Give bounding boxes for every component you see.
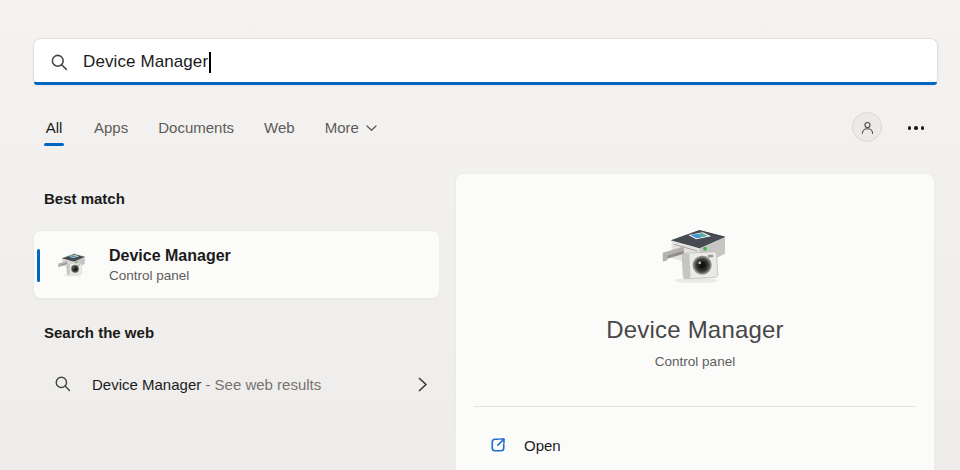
- person-icon: [859, 119, 876, 136]
- result-subtitle: Control panel: [109, 268, 231, 283]
- detail-title: Device Manager: [606, 316, 784, 344]
- tab-all-label: All: [46, 119, 63, 136]
- search-input[interactable]: Device Manager: [33, 38, 938, 85]
- ellipsis-icon: [914, 126, 918, 130]
- detail-hero: Device Manager Control panel: [456, 174, 934, 369]
- active-tab-indicator: [44, 143, 64, 146]
- tab-apps-label: Apps: [94, 119, 128, 136]
- tab-apps[interactable]: Apps: [94, 117, 128, 146]
- divider: [474, 406, 916, 407]
- result-title: Device Manager: [109, 247, 231, 265]
- tab-all[interactable]: All: [44, 117, 64, 146]
- ellipsis-icon: [908, 126, 912, 130]
- result-detail-panel: Device Manager Control panel Open: [455, 173, 935, 470]
- search-query-text: Device Manager: [83, 52, 208, 72]
- tab-web[interactable]: Web: [264, 117, 295, 146]
- device-manager-icon: [55, 248, 89, 282]
- best-match-result[interactable]: Device Manager Control panel: [33, 230, 440, 299]
- tab-more[interactable]: More: [325, 117, 377, 146]
- tab-underline-placeholder: [101, 143, 121, 146]
- user-avatar-button[interactable]: [852, 112, 882, 142]
- result-text-block: Device Manager Control panel: [109, 247, 231, 283]
- ellipsis-icon: [921, 126, 925, 130]
- search-filter-tabs: All Apps Documents Web More: [44, 117, 377, 146]
- open-button-label: Open: [524, 437, 561, 454]
- selection-accent-bar: [37, 249, 40, 282]
- tab-documents-label: Documents: [158, 119, 234, 136]
- tab-underline-placeholder: [186, 143, 206, 146]
- open-button[interactable]: Open: [456, 424, 934, 466]
- open-external-icon: [489, 436, 507, 454]
- best-match-heading: Best match: [44, 190, 125, 207]
- search-icon: [54, 375, 72, 393]
- chevron-right-icon: [418, 377, 428, 392]
- web-result-query: Device Manager: [92, 376, 201, 393]
- tab-underline-placeholder: [341, 143, 361, 146]
- web-result-text: Device Manager - See web results: [92, 376, 321, 393]
- web-search-result[interactable]: Device Manager - See web results: [33, 363, 440, 405]
- chevron-down-icon: [366, 125, 377, 132]
- text-cursor: [209, 52, 211, 73]
- tab-web-label: Web: [264, 119, 295, 136]
- more-options-button[interactable]: [901, 115, 931, 141]
- web-result-suffix: - See web results: [201, 376, 321, 393]
- search-icon: [50, 53, 69, 72]
- tab-documents[interactable]: Documents: [158, 117, 234, 146]
- detail-subtitle: Control panel: [655, 354, 735, 369]
- search-the-web-heading: Search the web: [44, 324, 154, 341]
- tab-underline-placeholder: [269, 143, 289, 146]
- device-manager-icon: [655, 216, 735, 296]
- tab-more-label: More: [325, 119, 359, 136]
